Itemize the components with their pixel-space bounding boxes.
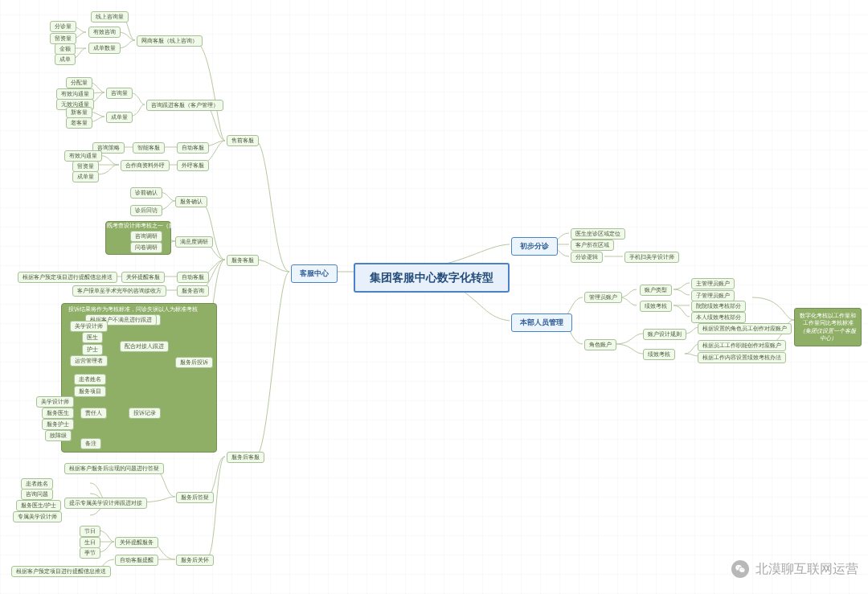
node[interactable]: 成单数量 — [88, 43, 121, 54]
node[interactable]: 成单量 — [106, 112, 133, 123]
node[interactable]: 根据工作内容设置绩效考核办法 — [698, 352, 786, 363]
node[interactable]: 患者姓名 — [74, 374, 106, 385]
node[interactable]: 分配量 — [66, 77, 92, 88]
node[interactable]: 线上咨询量 — [91, 11, 129, 23]
wechat-icon — [731, 560, 749, 578]
node[interactable]: 护士 — [82, 344, 103, 355]
node[interactable]: 分诊量 — [50, 21, 76, 32]
node[interactable]: 咨询问题 — [21, 489, 53, 500]
node[interactable]: 账户设计规则 — [643, 329, 686, 340]
node[interactable]: 运营管理者 — [70, 355, 108, 367]
node[interactable]: 美学设计师 — [70, 321, 108, 332]
node[interactable]: 管理员账户 — [584, 292, 622, 303]
node[interactable]: 分诊逻辑 — [571, 252, 603, 263]
staff-note-line2: （集团仅设置一个客服中心） — [800, 328, 856, 341]
node[interactable]: 专属美学设计师 — [13, 511, 62, 522]
node-postservice[interactable]: 服务后客服 — [227, 452, 264, 463]
node[interactable]: 账户类型 — [640, 285, 672, 296]
node[interactable]: 服务护士 — [42, 419, 74, 430]
staff-note-line1: 数字化考核以工作量和工作量同比考核标准 — [800, 313, 856, 326]
node[interactable]: 根据客户预定项目进行提醒信息推送 — [18, 272, 117, 283]
node[interactable]: 根据客户预定项目进行提醒信息推送 — [11, 566, 111, 577]
node[interactable]: 提示专属美学设计师跟进对接 — [64, 498, 147, 509]
node[interactable]: 外呼客服 — [177, 160, 209, 171]
node-presale[interactable]: 售前客服 — [227, 135, 259, 146]
node[interactable]: 诊前确认 — [130, 187, 162, 199]
node[interactable]: 满意度调研 — [175, 236, 213, 248]
node[interactable]: 关怀提醒客服 — [121, 272, 165, 283]
node[interactable]: 绩效考核 — [640, 301, 672, 312]
node-service[interactable]: 服务客服 — [227, 255, 259, 266]
node[interactable]: 节日 — [80, 526, 100, 537]
channel-name: 北漠聊互联网运营 — [755, 561, 858, 578]
node[interactable]: 服务后关怀 — [176, 555, 214, 566]
hub-center[interactable]: 客服中心 — [291, 264, 338, 283]
note-research-text: 既考查设计师考核之一（服务态度） — [107, 222, 170, 229]
hub-staff[interactable]: 本部人员管理 — [511, 313, 572, 332]
node[interactable]: 咨询调研 — [130, 231, 162, 242]
node[interactable]: 服务医生/护士 — [16, 500, 61, 511]
node[interactable]: 问卷调研 — [130, 242, 162, 253]
node[interactable]: 故障级 — [45, 430, 72, 441]
node[interactable]: 根据设置的角色员工创作对应账户 — [698, 323, 792, 334]
node[interactable]: 配合对接人跟进 — [120, 341, 169, 352]
node[interactable]: 自动客服 — [177, 272, 209, 283]
node[interactable]: 服务确认 — [175, 196, 207, 207]
complaint-note-text: 投诉结果将作为考核标准，问诊失误以人为标准考核 — [68, 305, 209, 313]
node[interactable]: 角色账户 — [584, 339, 616, 350]
node[interactable]: 智能客服 — [133, 142, 165, 154]
node[interactable]: 医生 — [82, 332, 103, 343]
node[interactable]: 有效咨询 — [88, 27, 121, 38]
node[interactable]: 成单 — [55, 54, 76, 65]
node[interactable]: 咨询量 — [106, 88, 133, 99]
node[interactable]: 服务后答疑 — [176, 492, 214, 503]
node[interactable]: 客户报单至手术完毕的咨询接收方 — [72, 285, 166, 297]
staff-note-box: 数字化考核以工作量和工作量同比考核标准 （集团仅设置一个客服中心） — [794, 308, 862, 346]
node[interactable]: 老客量 — [66, 117, 92, 129]
node[interactable]: 投诉记录 — [129, 408, 161, 419]
node[interactable]: 自动客服提醒 — [115, 555, 158, 566]
node[interactable]: 服务项目 — [74, 386, 106, 397]
node[interactable]: 网商客服（线上咨询） — [137, 35, 203, 47]
node[interactable]: 本人绩效考核部分 — [691, 312, 746, 323]
node[interactable]: 绩效考核 — [643, 349, 675, 360]
node[interactable]: 院院绩效考核部分 — [691, 301, 746, 312]
node[interactable]: 责任人 — [80, 408, 107, 419]
root-node[interactable]: 集团客服中心数字化转型 — [354, 263, 510, 293]
channel-watermark: 北漠聊互联网运营 — [731, 560, 858, 578]
node[interactable]: 诊后回访 — [130, 205, 162, 216]
node[interactable]: 自动客服 — [177, 142, 209, 154]
hub-triage[interactable]: 初步分诊 — [511, 237, 558, 256]
node[interactable]: 客户所在区域 — [571, 240, 614, 251]
node[interactable]: 手机扫美学设计师 — [624, 252, 679, 263]
node[interactable]: 主管理员账户 — [691, 278, 735, 289]
node[interactable]: 合作商资料外呼 — [121, 160, 170, 171]
node[interactable]: 服务后投诉 — [175, 357, 213, 368]
node[interactable]: 季节 — [80, 547, 100, 559]
node[interactable]: 服务咨询 — [177, 285, 209, 297]
node[interactable]: 备注 — [80, 438, 101, 449]
node[interactable]: 咨询跟进客服（客户管理） — [146, 100, 223, 111]
node[interactable]: 医生坐诊区域定位 — [571, 228, 625, 240]
node[interactable]: 服务医生 — [42, 408, 74, 419]
node[interactable]: 成单量 — [72, 171, 99, 182]
node[interactable]: 根据客户服务后出现的问题进行答疑 — [64, 463, 164, 474]
node[interactable]: 根据员工工作职能创作对应账户 — [698, 340, 786, 351]
node[interactable]: 关怀提醒服务 — [115, 537, 158, 548]
node[interactable]: 美学设计师 — [36, 396, 74, 408]
